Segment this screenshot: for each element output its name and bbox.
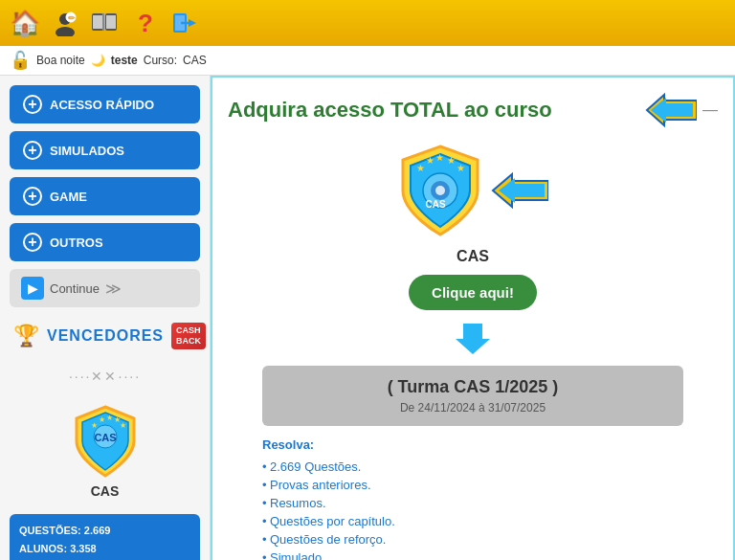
banner-arrow-icon [645,93,697,127]
students-stat: ALUNOS: 3.358 [19,540,190,559]
shield-arrow-icon [491,171,548,210]
list-item: Questões de reforço. [262,530,683,549]
svg-point-1 [56,27,75,36]
winners-label: VENCEDORES [47,327,164,345]
svg-text:CAS: CAS [94,432,116,443]
shield-with-arrow: ★ ★ ★ ★ ★ CAS [397,143,548,238]
trophy-icon: 🏆 [13,324,39,348]
list-item: Resumos. [262,494,683,512]
acesso-rapido-label: ACESSO RÁPIDO [50,98,154,112]
sidebar-course-name: CAS [91,483,120,499]
sidebar: + ACESSO RÁPIDO + SIMULADOS + GAME + OUT… [0,76,211,560]
question-icon[interactable]: ? [130,8,161,38]
list-item: 2.669 Questões. [262,458,683,476]
svg-text:★: ★ [106,414,113,422]
outros-button[interactable]: + OUTROS [10,223,200,261]
clique-button[interactable]: Clique aqui! [409,275,537,310]
simulados-button[interactable]: + SIMULADOS [10,131,200,169]
acesso-rapido-button[interactable]: + ACESSO RÁPIDO [10,85,200,123]
svg-rect-7 [106,15,116,29]
person-icon[interactable]: ✏ [50,8,80,38]
winners-bar[interactable]: 🏆 VENCEDORES CASHBACK [10,315,200,357]
turma-date: De 24/11/2024 à 31/07/2025 [281,401,664,414]
lock-icon: 🔓 [10,50,31,71]
svg-rect-6 [93,15,102,29]
menu-dots[interactable]: — [702,101,718,119]
svg-marker-11 [189,19,196,27]
main-layout: + ACESSO RÁPIDO + SIMULADOS + GAME + OUT… [0,76,735,560]
course-area: ★ ★ ★ ★ ★ CAS CAS Clique aqui! [397,143,548,354]
username: teste [111,54,138,67]
questions-stat: QUESTÕES: 2.669 [19,522,190,541]
svg-point-24 [435,186,445,195]
header: 🏠 ✏ ? [0,0,735,46]
exit-icon[interactable] [170,8,201,38]
continue-icon: ▶ [21,277,44,300]
svg-text:★: ★ [91,421,98,430]
plus-icon: + [23,95,42,114]
down-arrow-icon [456,320,490,354]
course-label: Curso: [144,54,177,67]
banner-text: Adquira acesso TOTAL ao curso [228,98,552,123]
stats-box: QUESTÕES: 2.669 ALUNOS: 3.358 [10,514,200,560]
list-area: Resolva: 2.669 Questões. Provas anterior… [262,437,683,560]
divider-ornament: ····✕✕···· [10,365,200,388]
svg-text:★: ★ [426,155,434,166]
list-item: Questões por capítulo. [262,512,683,530]
continue-bar[interactable]: ▶ Continue ≫ [10,269,200,307]
svg-text:★: ★ [457,163,465,173]
moon-icon: 🌙 [91,54,105,67]
svg-text:★: ★ [435,152,444,163]
greeting: Boa noite [36,54,85,67]
arrow-chevron: ≫ [105,280,122,298]
main-content: Adquira acesso TOTAL ao curso — [211,76,735,560]
outros-label: OUTROS [50,235,103,250]
game-button[interactable]: + GAME [10,177,200,215]
plus-icon-4: + [23,233,42,252]
resolva-label: Resolva: [262,437,683,452]
list-item: Provas anteriores. [262,476,683,494]
simulados-label: SIMULADOS [50,144,124,158]
plus-icon-2: + [23,141,42,160]
main-course-name: CAS [457,248,489,265]
shield-icon-sm: CAS ★ ★ ★ ★ ★ [72,403,139,480]
top-banner: Adquira acesso TOTAL ao curso — [228,93,718,127]
plus-icon-3: + [23,187,42,206]
svg-text:★: ★ [99,415,105,424]
shield-icon-lg: ★ ★ ★ ★ ★ CAS [397,143,483,238]
svg-text:★: ★ [447,155,456,166]
continue-label: Continue [50,281,100,296]
svg-text:CAS: CAS [425,199,445,210]
list-item: Simulado. [262,549,683,560]
svg-text:★: ★ [120,421,126,430]
book-icon[interactable] [90,8,121,38]
sidebar-shield-area: CAS ★ ★ ★ ★ ★ CAS [10,395,200,506]
home-icon[interactable]: 🏠 [10,8,40,38]
turma-box: ( Turma CAS 1/2025 ) De 24/11/2024 à 31/… [262,366,683,426]
course-name-sub: CAS [183,54,207,67]
svg-text:★: ★ [416,163,425,173]
turma-title: ( Turma CAS 1/2025 ) [281,377,664,397]
sub-header: 🔓 Boa noite 🌙 teste Curso: CAS [0,46,735,76]
cash-badge: CASHBACK [171,323,206,349]
game-label: GAME [50,190,87,204]
svg-text:✏: ✏ [68,13,76,23]
svg-marker-33 [456,324,490,354]
